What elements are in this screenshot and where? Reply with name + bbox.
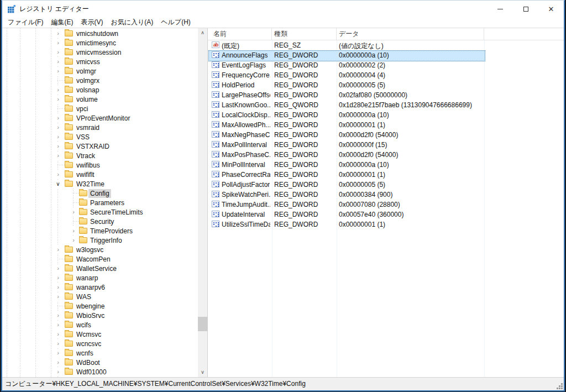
value-row[interactable]: SpikeWatchPeri...REG_DWORD0x00000384 (90… bbox=[208, 190, 564, 200]
tree-item-wacompen[interactable]: WacomPen bbox=[2, 254, 198, 264]
value-row[interactable]: MaxNegPhaseC...REG_DWORD0x0000d2f0 (5400… bbox=[208, 130, 564, 140]
tree-item-timeproviders[interactable]: ›TimeProviders bbox=[2, 226, 198, 236]
tree-item-securetimelimits[interactable]: ›SecureTimeLimits bbox=[2, 207, 198, 217]
column-header-type[interactable]: 種類 bbox=[272, 28, 337, 40]
tree-item-walletservice[interactable]: ›WalletService bbox=[2, 264, 198, 273]
close-button[interactable]: ✕ bbox=[538, 1, 564, 17]
value-row[interactable]: EventLogFlagsREG_DWORD0x00000002 (2) bbox=[208, 60, 564, 70]
tree-item-vmicvss[interactable]: ›vmicvss bbox=[2, 57, 198, 66]
scroll-up-icon[interactable]: ∧ bbox=[198, 28, 207, 38]
tree-item-wanarp[interactable]: ›wanarp bbox=[2, 273, 198, 283]
tree-item-was[interactable]: ›WAS bbox=[2, 292, 198, 301]
value-row[interactable]: LastKnownGoo...REG_QWORD0x1d280e215f7bae… bbox=[208, 100, 564, 110]
tree-item-wcifs[interactable]: ›wcifs bbox=[2, 320, 198, 330]
chevron-right-icon[interactable]: › bbox=[54, 123, 62, 132]
chevron-down-icon[interactable]: ∨ bbox=[54, 180, 62, 188]
value-row[interactable]: UpdateIntervalREG_DWORD0x00057e40 (36000… bbox=[208, 210, 564, 219]
chevron-right-icon[interactable]: › bbox=[54, 311, 62, 320]
tree-item-wcnfs[interactable]: ›wcnfs bbox=[2, 348, 198, 358]
chevron-right-icon[interactable]: › bbox=[54, 330, 62, 338]
scroll-down-icon[interactable]: ∨ bbox=[198, 368, 207, 377]
value-row[interactable]: MinPollIntervalREG_DWORD0x0000000a (10) bbox=[208, 160, 564, 170]
tree-item-vmictimesync[interactable]: ›vmictimesync bbox=[2, 38, 198, 48]
value-row[interactable]: HoldPeriodREG_DWORD0x00000005 (5) bbox=[208, 80, 564, 90]
chevron-right-icon[interactable]: › bbox=[54, 339, 62, 348]
chevron-right-icon[interactable]: › bbox=[54, 67, 62, 75]
chevron-right-icon[interactable]: › bbox=[54, 29, 62, 38]
tree-item-w3logsvc[interactable]: ›w3logsvc bbox=[2, 245, 198, 254]
tree-item-wanarpv6[interactable]: ›wanarpv6 bbox=[2, 283, 198, 292]
chevron-right-icon[interactable]: › bbox=[54, 321, 62, 329]
tree-scrollbar[interactable]: ∧ ∨ bbox=[198, 28, 207, 377]
menu-item[interactable]: 表示(V) bbox=[77, 17, 107, 28]
chevron-right-icon[interactable]: › bbox=[54, 39, 62, 47]
value-row[interactable]: TimeJumpAudit...REG_DWORD0x00007080 (288… bbox=[208, 200, 564, 210]
menu-item[interactable]: ヘルプ(H) bbox=[157, 17, 195, 28]
tree-item-vss[interactable]: ›VSS bbox=[2, 132, 198, 142]
tree-item-wbiosrvc[interactable]: ›WbioSrvc bbox=[2, 311, 198, 320]
chevron-right-icon[interactable]: › bbox=[54, 114, 62, 122]
chevron-right-icon[interactable]: › bbox=[54, 358, 62, 367]
chevron-right-icon[interactable]: › bbox=[54, 283, 62, 291]
tree-item-vsmraid[interactable]: ›vsmraid bbox=[2, 123, 198, 132]
scrollbar-thumb[interactable] bbox=[198, 317, 207, 331]
value-row[interactable]: AnnounceFlagsREG_DWORD0x0000000a (10) bbox=[208, 50, 564, 60]
tree-item-wcncsvc[interactable]: ›wcncsvc bbox=[2, 339, 198, 348]
tree-item-parameters[interactable]: Parameters bbox=[2, 198, 198, 207]
menu-item[interactable]: 編集(E) bbox=[47, 17, 77, 28]
menu-item[interactable]: ファイル(F) bbox=[4, 17, 47, 28]
column-header-data[interactable]: データ bbox=[337, 28, 484, 40]
value-row[interactable]: FrequencyCorre...REG_DWORD0x00000004 (4) bbox=[208, 70, 564, 80]
chevron-right-icon[interactable]: › bbox=[70, 227, 77, 235]
tree-item-vpci[interactable]: vpci bbox=[2, 104, 198, 113]
chevron-right-icon[interactable]: › bbox=[54, 142, 62, 150]
chevron-right-icon[interactable]: › bbox=[54, 133, 62, 141]
tree-item-wcmsvc[interactable]: ›Wcmsvc bbox=[2, 330, 198, 339]
tree-item-vtrack[interactable]: ›Vtrack bbox=[2, 151, 198, 160]
menu-item[interactable]: お気に入り(A) bbox=[107, 17, 157, 28]
chevron-right-icon[interactable]: › bbox=[54, 274, 62, 282]
tree-item-vwifibus[interactable]: vwifibus bbox=[2, 160, 198, 170]
tree-item-w32time[interactable]: ∨W32Time bbox=[2, 179, 198, 189]
tree-item-volmgr[interactable]: ›volmgr bbox=[2, 66, 198, 76]
tree-item-volsnap[interactable]: ›volsnap bbox=[2, 85, 198, 95]
chevron-right-icon[interactable]: › bbox=[54, 58, 62, 66]
column-header-name[interactable]: 名前 bbox=[208, 28, 272, 40]
value-row[interactable]: PollAdjustFactorREG_DWORD0x00000005 (5) bbox=[208, 180, 564, 190]
tree-item-security[interactable]: Security bbox=[2, 217, 198, 226]
minimize-button[interactable] bbox=[488, 1, 513, 17]
tree-item-vproeventmonitor[interactable]: ›VProEventMonitor bbox=[2, 113, 198, 123]
chevron-right-icon[interactable]: › bbox=[54, 368, 62, 376]
tree-item-wbengine[interactable]: wbengine bbox=[2, 301, 198, 311]
value-row[interactable]: UtilizeSslTimeDa...REG_DWORD0x00000001 (… bbox=[208, 219, 564, 229]
tree-item-volmgrx[interactable]: volmgrx bbox=[2, 76, 198, 85]
value-row[interactable]: PhaseCorrectRateREG_DWORD0x00000001 (1) bbox=[208, 170, 564, 180]
value-row[interactable]: MaxPosPhaseC...REG_DWORD0x0000d2f0 (5400… bbox=[208, 150, 564, 160]
resize-grip-icon[interactable] bbox=[561, 388, 563, 389]
chevron-right-icon[interactable]: › bbox=[54, 245, 62, 254]
chevron-right-icon[interactable]: › bbox=[70, 208, 77, 216]
chevron-right-icon[interactable]: › bbox=[70, 236, 77, 244]
chevron-right-icon[interactable]: › bbox=[54, 170, 62, 179]
chevron-right-icon[interactable]: › bbox=[54, 86, 62, 94]
value-row[interactable]: ab(既定)REG_SZ(値の設定なし) bbox=[208, 40, 564, 50]
tree-item-wdboot[interactable]: ›WdBoot bbox=[2, 358, 198, 367]
tree-item-wdf01000[interactable]: ›Wdf01000 bbox=[2, 367, 198, 377]
value-row[interactable]: LocalClockDisp...REG_DWORD0x0000000a (10… bbox=[208, 110, 564, 120]
tree-item-vmicshutdown[interactable]: ›vmicshutdown bbox=[2, 29, 198, 38]
chevron-right-icon[interactable]: › bbox=[54, 95, 62, 103]
tree-item-config[interactable]: Config bbox=[2, 189, 198, 198]
tree-item-vwififlt[interactable]: ›vwififlt bbox=[2, 170, 198, 179]
tree-item-volume[interactable]: ›volume bbox=[2, 95, 198, 104]
value-row[interactable]: MaxPollIntervalREG_DWORD0x0000000f (15) bbox=[208, 140, 564, 150]
value-row[interactable]: LargePhaseOffsetREG_DWORD0x02faf080 (500… bbox=[208, 90, 564, 100]
tree-item-vstxraid[interactable]: ›VSTXRAID bbox=[2, 142, 198, 151]
value-row[interactable]: MaxAllowedPh...REG_DWORD0x00000001 (1) bbox=[208, 120, 564, 130]
chevron-right-icon[interactable]: › bbox=[54, 292, 62, 301]
maximize-button[interactable] bbox=[513, 1, 538, 17]
tree-item-vmicvmsession[interactable]: ›vmicvmsession bbox=[2, 48, 198, 57]
chevron-right-icon[interactable]: › bbox=[54, 349, 62, 357]
tree-item-triggerinfo[interactable]: ›TriggerInfo bbox=[2, 236, 198, 245]
chevron-right-icon[interactable]: › bbox=[54, 48, 62, 56]
chevron-right-icon[interactable]: › bbox=[54, 151, 62, 160]
